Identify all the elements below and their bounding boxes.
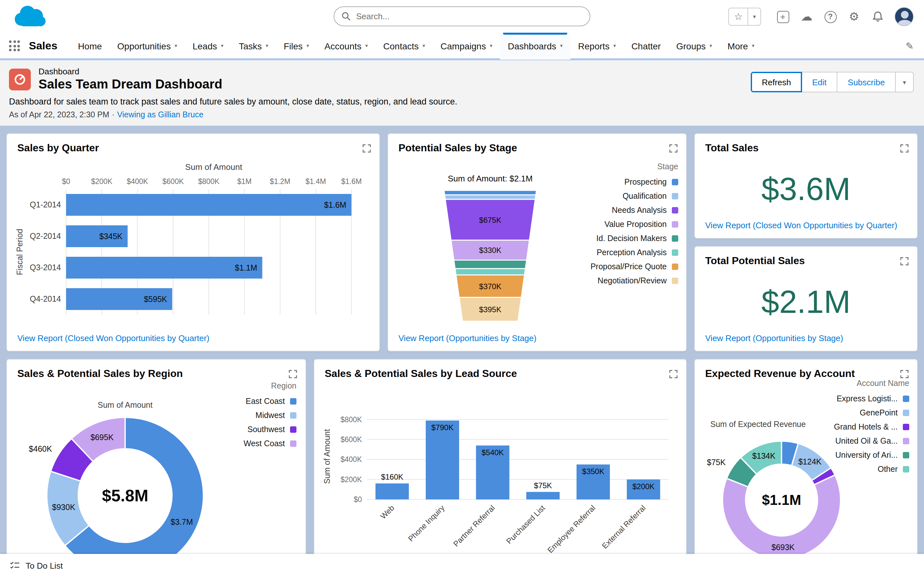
legend-item-qualification[interactable]: Qualification	[622, 189, 678, 203]
legend-swatch	[672, 179, 678, 185]
svg-text:$790K: $790K	[431, 423, 453, 432]
favorites-star-icon[interactable]: ☆	[729, 11, 748, 23]
svg-text:$540K: $540K	[481, 448, 504, 457]
legend-item-united-oil-ga-[interactable]: United Oil & Ga...	[835, 434, 909, 448]
expand-icon	[899, 143, 909, 153]
svg-text:$695K: $695K	[90, 433, 114, 442]
account-legend: Account NameExpress Logisti...GenePointG…	[834, 379, 909, 476]
legend-item-prospecting[interactable]: Prospecting	[624, 175, 678, 189]
svg-text:$600K: $600K	[162, 177, 184, 185]
edit-button[interactable]: Edit	[802, 72, 838, 92]
global-search	[334, 6, 590, 26]
legend-item-negotiation-review[interactable]: Negotiation/Review	[598, 274, 678, 288]
svg-text:$5.8M: $5.8M	[102, 486, 149, 505]
refresh-button[interactable]: Refresh	[751, 72, 802, 92]
expand-button[interactable]	[898, 255, 911, 268]
legend-title: Account Name	[857, 379, 909, 388]
sales-by-lead-source-chart[interactable]: $0$200K$400K$600K$800K$160KWeb$790KPhone…	[320, 389, 679, 577]
tab-reports[interactable]: Reports▾	[570, 32, 624, 59]
tab-more[interactable]: More▾	[720, 32, 762, 59]
funnel-total-label: Sum of Amount: $2.1M	[417, 174, 564, 183]
legend-label: Express Logisti...	[837, 394, 898, 403]
sales-by-quarter-chart[interactable]: Sum of Amount$0$200K$400K$600K$800K$1M$1…	[13, 160, 370, 320]
tab-label: Home	[78, 41, 102, 51]
favorites-control[interactable]: ☆ ▾	[728, 8, 761, 26]
tab-home[interactable]: Home	[70, 32, 110, 59]
legend-label: Prospecting	[624, 177, 667, 187]
legend-item-university-of-ari-[interactable]: University of Ari...	[835, 448, 909, 462]
legend-item-west-coast[interactable]: West Coast	[244, 437, 296, 451]
dashboard-type-label: Dashboard	[39, 67, 222, 76]
card-title: Potential Sales by Stage	[388, 134, 686, 154]
tab-label: Groups	[676, 41, 706, 51]
expand-button[interactable]	[667, 367, 680, 380]
help-icon[interactable]: ?	[823, 10, 837, 24]
expand-button[interactable]	[286, 367, 299, 380]
legend-item-grand-hotels-[interactable]: Grand Hotels & ...	[834, 420, 909, 434]
view-report-link[interactable]: View Report (Closed Won Opportunities by…	[705, 221, 897, 230]
tab-tasks[interactable]: Tasks▾	[231, 32, 276, 59]
legend-swatch	[903, 452, 909, 458]
legend-label: Id. Decision Makers	[596, 234, 667, 243]
legend-item-express-logisti-[interactable]: Express Logisti...	[837, 392, 909, 406]
legend-item-southwest[interactable]: Southwest	[247, 422, 296, 437]
legend-item-proposal-price-quote[interactable]: Proposal/Price Quote	[590, 259, 678, 274]
user-avatar[interactable]	[895, 7, 914, 26]
view-report-link[interactable]: View Report (Closed Won Opportunities by…	[17, 334, 210, 343]
tab-contacts[interactable]: Contacts▾	[376, 32, 433, 59]
nav-edit-pencil-icon[interactable]: ✎	[906, 40, 914, 52]
expand-button[interactable]	[360, 142, 373, 155]
legend-item-id-decision-makers[interactable]: Id. Decision Makers	[596, 231, 678, 245]
favorites-menu-chevron-icon[interactable]: ▾	[748, 13, 760, 20]
legend-item-midwest[interactable]: Midwest	[255, 408, 296, 422]
legend-item-needs-analysis[interactable]: Needs Analysis	[612, 203, 678, 218]
tab-accounts[interactable]: Accounts▾	[317, 32, 375, 59]
tab-groups[interactable]: Groups▾	[669, 32, 720, 59]
legend-label: Qualification	[622, 192, 667, 201]
legend-item-genepoint[interactable]: GenePoint	[860, 406, 909, 420]
tab-label: Contacts	[383, 41, 419, 51]
legend-label: United Oil & Ga...	[835, 437, 898, 446]
svg-text:$1.6M: $1.6M	[341, 177, 362, 185]
expand-icon	[288, 369, 297, 379]
card-title: Total Potential Sales	[695, 247, 917, 267]
app-launcher-icon[interactable]	[9, 40, 20, 51]
view-report-link[interactable]: View Report (Opportunities by Stage)	[399, 334, 536, 343]
tab-leads[interactable]: Leads▾	[185, 32, 231, 59]
tab-dashboards[interactable]: Dashboards▾	[500, 32, 570, 59]
tab-campaigns[interactable]: Campaigns▾	[433, 32, 500, 59]
sales-by-region-chart[interactable]: $3.7M$930K$460K$695K$5.8M	[7, 411, 283, 577]
svg-text:$395K: $395K	[479, 305, 501, 314]
expand-button[interactable]	[898, 142, 911, 155]
potential-sales-by-stage-chart[interactable]: $675K$330K$370K$395K	[417, 188, 564, 333]
legend-item-other[interactable]: Other	[877, 462, 909, 476]
todo-list-icon	[10, 560, 20, 571]
tab-label: Dashboards	[508, 41, 556, 51]
expand-button[interactable]	[898, 367, 911, 380]
svg-text:Purchased List: Purchased List	[505, 503, 547, 546]
tab-opportunities[interactable]: Opportunities▾	[110, 32, 185, 59]
viewing-as-link[interactable]: Viewing as Gillian Bruce	[117, 110, 204, 119]
subscribe-button[interactable]: Subscribe	[837, 72, 896, 92]
expand-button[interactable]	[667, 142, 680, 155]
tab-chatter[interactable]: Chatter	[624, 32, 669, 59]
legend-label: Negotiation/Review	[598, 276, 667, 285]
search-input[interactable]	[334, 6, 590, 26]
svg-text:Sum of Amount: Sum of Amount	[322, 429, 331, 484]
tab-label: Accounts	[325, 41, 361, 51]
tab-files[interactable]: Files▾	[276, 32, 317, 59]
view-report-link[interactable]: View Report (Opportunities by Stage)	[705, 334, 843, 343]
chevron-down-icon: ▾	[614, 43, 616, 49]
quick-create-icon[interactable]: +	[776, 10, 790, 24]
setup-gear-icon[interactable]: ⚙	[847, 10, 861, 24]
legend-item-value-proposition[interactable]: Value Proposition	[604, 218, 678, 231]
legend-item-east-coast[interactable]: East Coast	[246, 394, 296, 408]
meta-separator: ·	[112, 110, 115, 119]
guidance-cloud-icon[interactable]: ☁	[800, 10, 814, 24]
metrics-column: Total Sales $3.6M View Report (Closed Wo…	[694, 133, 918, 351]
dashboard-actions-menu-button[interactable]: ▾	[896, 72, 914, 92]
legend-item-perception-analysis[interactable]: Perception Analysis	[597, 245, 678, 259]
todo-list-button[interactable]: To Do List	[26, 561, 63, 570]
notifications-bell-icon[interactable]	[871, 10, 885, 24]
legend-swatch	[903, 424, 909, 430]
